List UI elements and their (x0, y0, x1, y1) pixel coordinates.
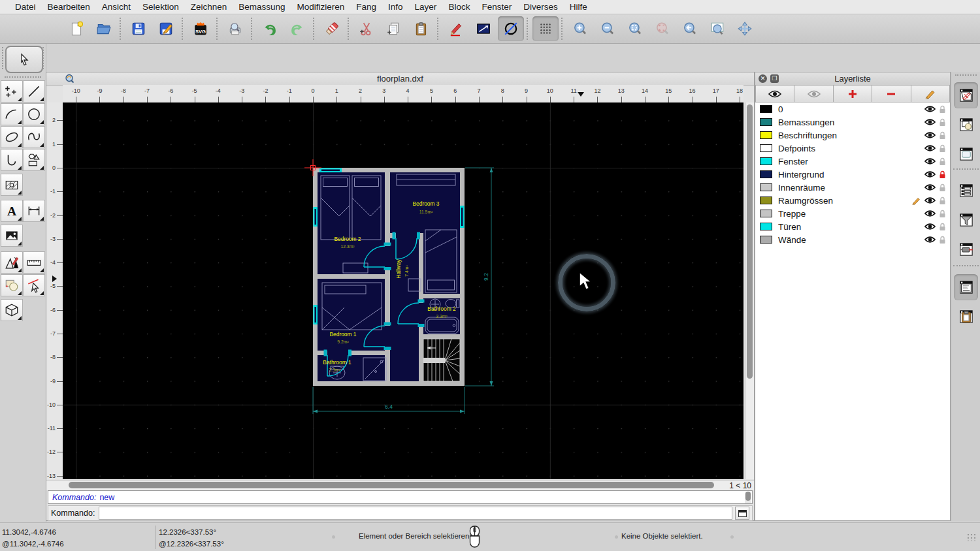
menu-item-modifizieren[interactable]: Modifizieren (291, 2, 351, 12)
draw-arc-tool[interactable] (1, 103, 23, 125)
layer-lock-icon[interactable] (939, 170, 946, 179)
layer-visible-icon[interactable] (924, 210, 936, 217)
draw-text-tool[interactable]: A (1, 200, 23, 222)
clipboard-widget-button[interactable] (954, 304, 978, 330)
resize-grip[interactable] (967, 533, 976, 541)
menu-item-info[interactable]: Info (382, 2, 409, 12)
horizontal-scrollbar[interactable]: 1 < 10 (46, 480, 754, 490)
paste-button[interactable] (408, 16, 434, 41)
command-widget-button[interactable] (954, 274, 978, 300)
open-file-button[interactable] (91, 16, 117, 41)
menu-item-hilfe[interactable]: Hilfe (564, 2, 593, 12)
layer-color-swatch[interactable] (760, 157, 772, 165)
layer-row-defpoints[interactable]: Defpoints (755, 142, 950, 155)
remove-layer-button[interactable] (872, 85, 911, 102)
menu-item-fenster[interactable]: Fenster (476, 2, 517, 12)
grid-toggle-button[interactable] (532, 16, 559, 41)
draw-hatch-tool[interactable] (1, 174, 23, 196)
layer-lock-icon[interactable] (939, 105, 946, 114)
circle-attributes-button[interactable] (498, 16, 524, 41)
layer-lock-icon[interactable] (939, 197, 946, 205)
insert-image-tool[interactable] (1, 225, 23, 247)
save-button[interactable] (125, 16, 152, 41)
pen-attributes-button[interactable] (443, 16, 469, 41)
block-list-widget-button[interactable] (954, 112, 978, 138)
layer-list-widget-button[interactable] (954, 82, 978, 108)
library-widget-button[interactable] (954, 141, 978, 167)
palette-handle[interactable] (5, 76, 41, 78)
draw-point-tool[interactable] (1, 80, 23, 102)
horizontal-scrollbar-thumb[interactable] (69, 482, 714, 488)
layer-color-swatch[interactable] (760, 144, 772, 152)
redo-button[interactable] (284, 16, 310, 41)
layer-row-0[interactable]: 0 (755, 102, 950, 116)
layer-lock-icon[interactable] (939, 210, 946, 218)
select-pointer-button[interactable] (5, 46, 43, 73)
layer-visible-icon[interactable] (924, 144, 936, 152)
dock-handle[interactable] (955, 74, 977, 76)
vertical-scrollbar-thumb[interactable] (747, 104, 753, 379)
layer-lock-icon[interactable] (939, 144, 946, 153)
layer-visible-icon[interactable] (924, 170, 936, 178)
draw-line-tool[interactable] (23, 80, 45, 102)
save-as-button[interactable] (153, 16, 179, 41)
draw-polyline-tool[interactable] (1, 149, 23, 171)
layer-visible-icon[interactable] (924, 118, 936, 126)
zoom-out-button[interactable] (595, 16, 621, 41)
layer-row-hintergrund[interactable]: Hintergrund (755, 168, 950, 181)
layer-visible-icon[interactable] (924, 197, 936, 204)
layer-color-swatch[interactable] (760, 170, 772, 178)
hide-all-layers-button[interactable] (794, 85, 833, 102)
vertical-scrollbar[interactable] (745, 102, 754, 479)
3d-tools[interactable] (1, 299, 23, 321)
measure-tool[interactable] (23, 251, 45, 274)
layer-visible-icon[interactable] (924, 183, 936, 191)
layer-lock-icon[interactable] (939, 223, 946, 231)
delete-button[interactable] (319, 16, 345, 41)
layer-color-swatch[interactable] (760, 183, 772, 191)
menu-item-fang[interactable]: Fang (350, 2, 382, 12)
drawing-window-titlebar[interactable]: floorplan.dxf (46, 72, 754, 86)
zoom-pan-button[interactable] (732, 16, 758, 41)
zoom-in-button[interactable] (567, 16, 593, 41)
layer-lock-icon[interactable] (939, 183, 946, 192)
command-input[interactable] (99, 507, 732, 520)
line-attributes-button[interactable] (470, 16, 497, 41)
layer-panel-titlebar[interactable]: ✕ ❐ Layerliste (755, 72, 950, 86)
menu-item-layer[interactable]: Layer (409, 2, 443, 12)
zoom-selection-button[interactable] (649, 16, 676, 41)
export-svg-button[interactable]: SVG (188, 16, 214, 41)
pen-palette-widget-button[interactable] (954, 236, 978, 262)
menu-item-bearbeiten[interactable]: Bearbeiten (42, 2, 96, 12)
layer-color-swatch[interactable] (760, 105, 772, 113)
zoom-previous-button[interactable] (677, 16, 703, 41)
detach-command-button[interactable] (735, 507, 749, 520)
undo-button[interactable] (257, 16, 283, 41)
layer-color-swatch[interactable] (760, 131, 772, 139)
modify-tool[interactable] (1, 274, 23, 296)
layer-color-swatch[interactable] (760, 197, 772, 204)
menu-item-datei[interactable]: Datei (9, 2, 42, 12)
layer-color-swatch[interactable] (760, 223, 772, 230)
dimension-tool[interactable] (23, 200, 45, 222)
print-preview-button[interactable] (222, 16, 248, 41)
add-layer-button[interactable] (834, 85, 872, 102)
menu-item-selektion[interactable]: Selektion (137, 2, 185, 12)
layer-row-türen[interactable]: Türen (755, 220, 950, 233)
cut-button[interactable] (353, 16, 380, 41)
menu-item-bemassung[interactable]: Bemassung (233, 2, 291, 12)
draw-spline-tool[interactable] (23, 126, 45, 148)
show-all-layers-button[interactable] (755, 85, 794, 102)
new-file-button[interactable] (63, 16, 90, 41)
layer-lock-icon[interactable] (939, 236, 946, 244)
layer-visible-icon[interactable] (924, 157, 936, 165)
layer-visible-icon[interactable] (924, 223, 936, 230)
edit-layer-button[interactable] (911, 85, 950, 102)
layer-lock-icon[interactable] (939, 118, 946, 127)
layer-row-fenster[interactable]: Fenster (755, 155, 950, 168)
menu-item-zeichnen[interactable]: Zeichnen (185, 2, 233, 12)
menu-item-diverses[interactable]: Diverses (517, 2, 564, 12)
layer-row-raumgrössen[interactable]: Raumgrössen (755, 194, 950, 207)
layer-color-swatch[interactable] (760, 210, 772, 217)
layer-lock-icon[interactable] (939, 131, 946, 140)
